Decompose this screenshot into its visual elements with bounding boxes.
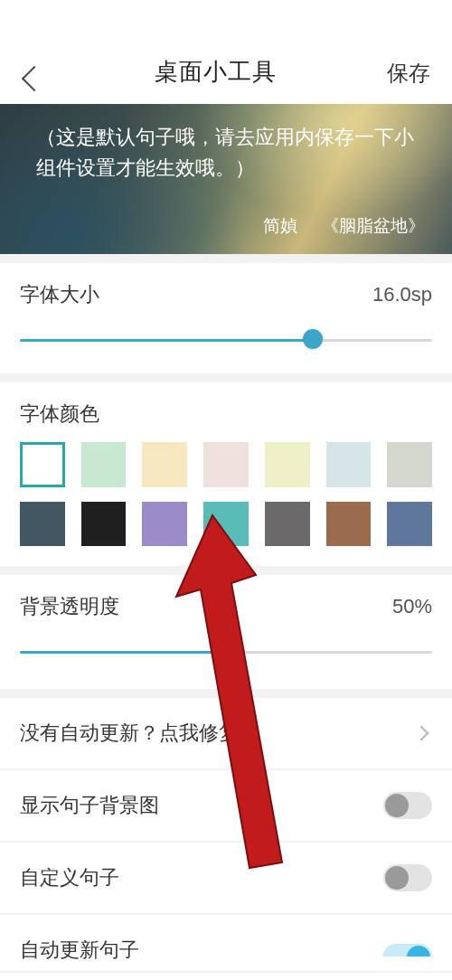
color-swatches bbox=[20, 442, 432, 546]
preview-author: 简媜 bbox=[263, 216, 297, 235]
bg-opacity-value: 50% bbox=[392, 595, 432, 618]
font-color-panel: 字体颜色 bbox=[0, 382, 452, 566]
font-size-value: 16.0sp bbox=[372, 283, 432, 306]
custom-sentence-toggle[interactable] bbox=[383, 864, 432, 891]
fix-autoupdate-row[interactable]: 没有自动更新？点我修复 bbox=[0, 698, 452, 768]
auto-update-row: 自动更新句子 bbox=[0, 915, 452, 971]
color-swatch[interactable] bbox=[387, 442, 432, 487]
preview-attribution: 简媜 《胭脂盆地》 bbox=[243, 214, 425, 238]
show-bgimg-row: 显示句子背景图 bbox=[0, 770, 452, 841]
color-swatch[interactable] bbox=[326, 442, 372, 487]
save-button[interactable]: 保存 bbox=[387, 59, 434, 88]
auto-update-label: 自动更新句子 bbox=[20, 937, 139, 964]
color-swatch[interactable] bbox=[326, 502, 372, 547]
color-swatch[interactable] bbox=[265, 502, 310, 547]
preview-source: 《胭脂盆地》 bbox=[322, 216, 425, 235]
font-color-label: 字体颜色 bbox=[20, 400, 432, 428]
color-swatch[interactable] bbox=[81, 442, 127, 487]
color-swatch[interactable] bbox=[20, 442, 65, 487]
custom-sentence-row: 自定义句子 bbox=[0, 843, 452, 913]
show-bgimg-toggle[interactable] bbox=[383, 792, 432, 819]
color-swatch[interactable] bbox=[142, 502, 187, 547]
bg-opacity-panel: 背景透明度 50% bbox=[0, 575, 452, 689]
preview-sentence: （这是默认句子哦，请去应用内保存一下小组件设置才能生效哦。） bbox=[36, 122, 421, 184]
chevron-right-icon bbox=[414, 726, 429, 741]
page-title: 桌面小工具 bbox=[43, 56, 387, 88]
font-size-panel: 字体大小 16.0sp bbox=[0, 263, 452, 373]
font-size-slider[interactable] bbox=[20, 328, 432, 350]
bg-opacity-slider[interactable] bbox=[20, 640, 432, 662]
color-swatch[interactable] bbox=[20, 502, 65, 547]
color-swatch[interactable] bbox=[203, 442, 249, 487]
bg-opacity-label: 背景透明度 bbox=[20, 593, 119, 620]
show-bgimg-label: 显示句子背景图 bbox=[20, 792, 159, 819]
color-swatch[interactable] bbox=[81, 502, 127, 547]
header: 桌面小工具 保存 bbox=[0, 0, 452, 104]
color-swatch[interactable] bbox=[203, 502, 249, 547]
font-size-label: 字体大小 bbox=[20, 281, 99, 308]
auto-update-toggle[interactable] bbox=[383, 944, 432, 956]
color-swatch[interactable] bbox=[387, 502, 432, 547]
custom-sentence-label: 自定义句子 bbox=[20, 864, 119, 891]
color-swatch[interactable] bbox=[265, 442, 310, 487]
color-swatch[interactable] bbox=[142, 442, 187, 487]
settings-list: 没有自动更新？点我修复 显示句子背景图 自定义句子 自动更新句子 选择句子源 bbox=[0, 698, 452, 980]
fix-autoupdate-label: 没有自动更新？点我修复 bbox=[20, 720, 239, 747]
widget-preview: （这是默认句子哦，请去应用内保存一下小组件设置才能生效哦。） 简媜 《胭脂盆地》 bbox=[0, 104, 452, 254]
select-source-row[interactable]: 选择句子源 bbox=[0, 973, 452, 980]
